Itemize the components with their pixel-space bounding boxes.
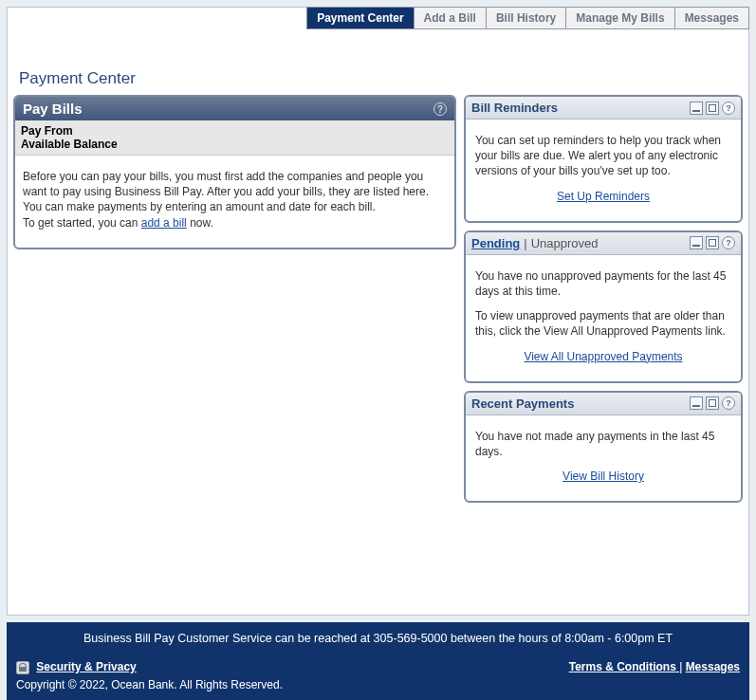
help-icon[interactable]: ? (722, 396, 735, 410)
security-privacy-link[interactable]: Security & Privacy (36, 660, 136, 673)
footer-left: Security & Privacy Copyright © 2022, Oce… (16, 660, 283, 691)
maximize-icon[interactable] (706, 396, 719, 410)
view-bill-history-link[interactable]: View Bill History (475, 469, 731, 484)
bill-reminders-body: You can set up reminders to help you tra… (466, 120, 741, 221)
pending-tab[interactable]: Pending (471, 236, 520, 250)
top-tabs: Payment Center Add a Bill Bill History M… (306, 7, 749, 29)
bill-reminders-widget: Bill Reminders ? You can set up reminder… (464, 95, 743, 223)
tab-payment-center[interactable]: Payment Center (307, 8, 414, 28)
maximize-icon[interactable] (706, 101, 719, 115)
pending-widget: Pending | Unapproved ? You have no unapp… (464, 230, 743, 383)
pay-bills-header: Pay Bills ? (15, 97, 454, 120)
footer-messages-link[interactable]: Messages (686, 660, 740, 673)
footer-right: Terms & Conditions | Messages (569, 660, 740, 673)
pay-from-label: Pay From (21, 124, 449, 138)
bill-reminders-title: Bill Reminders (471, 101, 558, 115)
pay-from-subheader: Pay From Available Balance (15, 120, 454, 156)
pending-text-1: You have no unapproved payments for the … (475, 268, 731, 299)
lock-icon (16, 661, 29, 674)
help-icon[interactable]: ? (722, 236, 735, 249)
available-balance-label: Available Balance (21, 138, 449, 151)
bill-reminders-text: You can set up reminders to help you tra… (475, 133, 731, 179)
minimize-icon[interactable] (690, 101, 703, 115)
bill-reminders-header: Bill Reminders ? (466, 97, 741, 120)
help-icon[interactable]: ? (722, 101, 735, 115)
terms-conditions-link[interactable]: Terms & Conditions (569, 660, 679, 673)
help-icon[interactable]: ? (433, 102, 447, 116)
right-column: Bill Reminders ? You can set up reminder… (464, 95, 743, 609)
pending-separator: | (524, 236, 526, 250)
left-column: Pay Bills ? Pay From Available Balance B… (13, 95, 456, 609)
pending-text-2: To view unapproved payments that are old… (475, 308, 731, 339)
get-started-prefix: To get started, you can (23, 216, 141, 230)
pay-bills-panel: Pay Bills ? Pay From Available Balance B… (13, 95, 456, 249)
maximize-icon[interactable] (706, 236, 719, 249)
unapproved-tab[interactable]: Unapproved (531, 236, 599, 250)
footer: Business Bill Pay Customer Service can b… (7, 622, 749, 700)
pay-bills-body: Before you can pay your bills, you must … (15, 156, 454, 248)
recent-payments-widget: Recent Payments ? You have not made any … (464, 391, 743, 504)
get-started-suffix: now. (187, 216, 213, 230)
recent-payments-title: Recent Payments (471, 396, 574, 411)
recent-payments-header: Recent Payments ? (466, 393, 741, 415)
minimize-icon[interactable] (690, 236, 703, 249)
tab-manage-my-bills[interactable]: Manage My Bills (566, 8, 674, 28)
minimize-icon[interactable] (690, 396, 703, 410)
customer-service-text: Business Bill Pay Customer Service can b… (16, 632, 740, 645)
pay-bills-intro: Before you can pay your bills, you must … (23, 170, 429, 213)
add-a-bill-link[interactable]: add a bill (141, 216, 187, 230)
tab-add-a-bill[interactable]: Add a Bill (415, 8, 487, 28)
pay-bills-title: Pay Bills (23, 101, 83, 117)
recent-payments-text: You have not made any payments in the la… (475, 429, 731, 459)
recent-payments-body: You have not made any payments in the la… (466, 415, 741, 502)
tab-messages[interactable]: Messages (675, 8, 748, 28)
tab-bill-history[interactable]: Bill History (487, 8, 566, 28)
view-all-unapproved-link[interactable]: View All Unapproved Payments (475, 349, 731, 364)
main-container: Payment Center Add a Bill Bill History M… (7, 7, 749, 616)
pending-header: Pending | Unapproved ? (466, 232, 741, 255)
content-area: Pay Bills ? Pay From Available Balance B… (13, 95, 743, 609)
set-up-reminders-link[interactable]: Set Up Reminders (475, 189, 731, 204)
footer-row: Security & Privacy Copyright © 2022, Oce… (16, 660, 740, 691)
pending-body: You have no unapproved payments for the … (466, 255, 741, 381)
footer-separator: | (679, 660, 682, 673)
page-title: Payment Center (19, 69, 136, 88)
copyright-text: Copyright © 2022, Ocean Bank. All Rights… (16, 678, 283, 691)
